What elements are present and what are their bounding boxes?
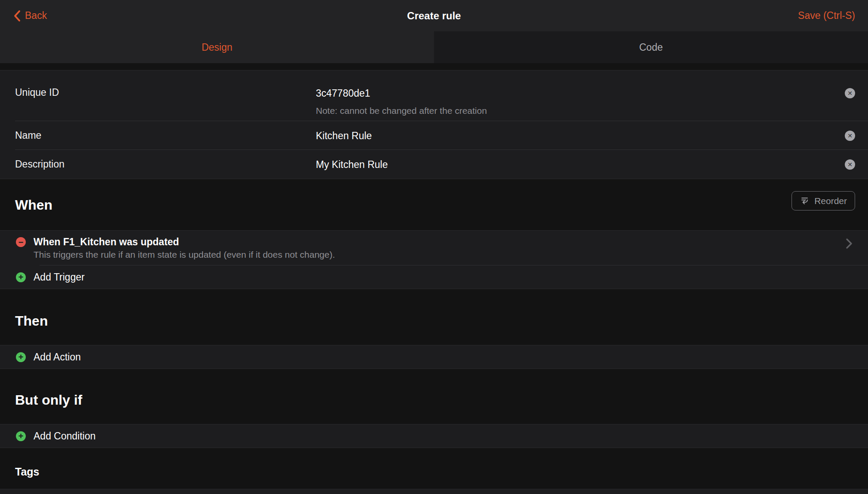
unique-id-row: Unique ID 3c47780de1 Note: cannot be cha…: [0, 70, 868, 121]
chevron-left-icon: [13, 9, 21, 22]
name-row: Name Kitchen Rule ✕: [0, 121, 868, 150]
condition-section-header: But only if: [0, 375, 868, 424]
clear-description-icon[interactable]: ✕: [845, 159, 855, 170]
tab-design[interactable]: Design: [0, 31, 434, 63]
description-row: Description My Kitchen Rule ✕: [0, 150, 868, 179]
description-input[interactable]: My Kitchen Rule: [316, 158, 868, 171]
when-title: When: [15, 197, 52, 213]
page-title: Create rule: [407, 10, 461, 22]
reorder-icon: [800, 195, 810, 207]
rule-info-card: Unique ID 3c47780de1 Note: cannot be cha…: [0, 70, 868, 179]
then-title: Then: [15, 313, 48, 329]
conditions-card: + Add Condition: [0, 424, 868, 448]
trigger-title: When F1_Kitchen was updated: [34, 235, 335, 248]
when-section-header: When Reorder: [0, 179, 868, 230]
reorder-label: Reorder: [814, 196, 847, 206]
add-trigger-label: Add Trigger: [34, 271, 85, 283]
plus-icon: +: [16, 352, 26, 362]
clear-unique-id-icon[interactable]: ✕: [845, 88, 855, 98]
name-label: Name: [15, 130, 316, 141]
reorder-button[interactable]: Reorder: [792, 191, 855, 210]
trigger-item[interactable]: − When F1_Kitchen was updated This trigg…: [0, 231, 868, 265]
plus-icon: +: [16, 431, 26, 441]
add-trigger-button[interactable]: + Add Trigger: [0, 265, 868, 289]
unique-id-input[interactable]: 3c47780de1: [316, 87, 868, 100]
actions-card: + Add Action: [0, 345, 868, 369]
add-action-label: Add Action: [34, 351, 81, 363]
semantic-class-row[interactable]: Semantic Class: [0, 489, 868, 494]
clear-name-icon[interactable]: ✕: [845, 131, 855, 141]
tags-section-header: Tags: [0, 454, 868, 489]
unique-id-note: Note: cannot be changed after the creati…: [316, 105, 868, 116]
then-section-header: Then: [0, 296, 868, 345]
tags-title: Tags: [15, 466, 40, 478]
but-only-if-title: But only if: [15, 392, 82, 408]
navbar: Back Create rule Save (Ctrl-S): [0, 0, 868, 31]
unique-id-label: Unique ID: [15, 70, 316, 98]
triggers-card: − When F1_Kitchen was updated This trigg…: [0, 230, 868, 289]
remove-trigger-icon[interactable]: −: [16, 237, 26, 247]
plus-icon: +: [16, 272, 26, 282]
back-label: Back: [25, 10, 47, 21]
chevron-right-icon: [846, 238, 853, 251]
tab-code[interactable]: Code: [434, 31, 868, 63]
save-button[interactable]: Save (Ctrl-S): [798, 10, 855, 21]
tab-bar: Design Code: [0, 31, 868, 63]
name-input[interactable]: Kitchen Rule: [316, 129, 868, 142]
add-action-button[interactable]: + Add Action: [0, 345, 868, 369]
tags-card: Semantic Class: [0, 489, 868, 494]
trigger-description: This triggers the rule if an item state …: [34, 248, 335, 261]
add-condition-button[interactable]: + Add Condition: [0, 424, 868, 448]
add-condition-label: Add Condition: [34, 430, 96, 442]
description-label: Description: [15, 159, 316, 170]
back-button[interactable]: Back: [13, 9, 47, 22]
